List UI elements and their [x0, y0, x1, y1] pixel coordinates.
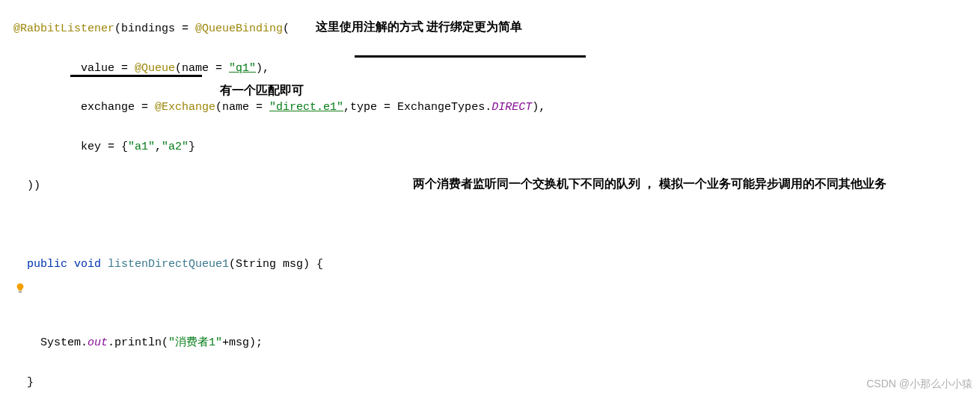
- code-line: }: [12, 373, 980, 393]
- watermark-text: CSDN @小那么小小猿: [866, 375, 973, 393]
- code-line: [12, 295, 980, 314]
- code-editor[interactable]: @RabbitListener(bindings = @QueueBinding…: [0, 0, 980, 397]
- code-line: System.out.println("消费者1"+msg);: [12, 333, 980, 353]
- code-line: [12, 216, 980, 236]
- lightbulb-icon[interactable]: [15, 281, 25, 292]
- svg-rect-1: [19, 292, 22, 293]
- annotation-text-1: 这里使用注解的方式 进行绑定更为简单: [316, 16, 522, 37]
- svg-rect-0: [19, 291, 22, 292]
- underline-mark-1: [355, 55, 586, 58]
- code-line: key = {"a1","a2"}: [12, 138, 980, 157]
- code-line: exchange = @Exchange(name = "direct.e1",…: [12, 98, 980, 117]
- underline-mark-2: [70, 75, 202, 77]
- annotation-text-3: 两个消费者监听同一个交换机下不同的队列 ， 模拟一个业务可能异步调用的不同其他业…: [413, 173, 886, 194]
- code-line: public void listenDirectQueue1(String ms…: [12, 255, 980, 274]
- annotation-text-2: 有一个匹配即可: [220, 80, 304, 101]
